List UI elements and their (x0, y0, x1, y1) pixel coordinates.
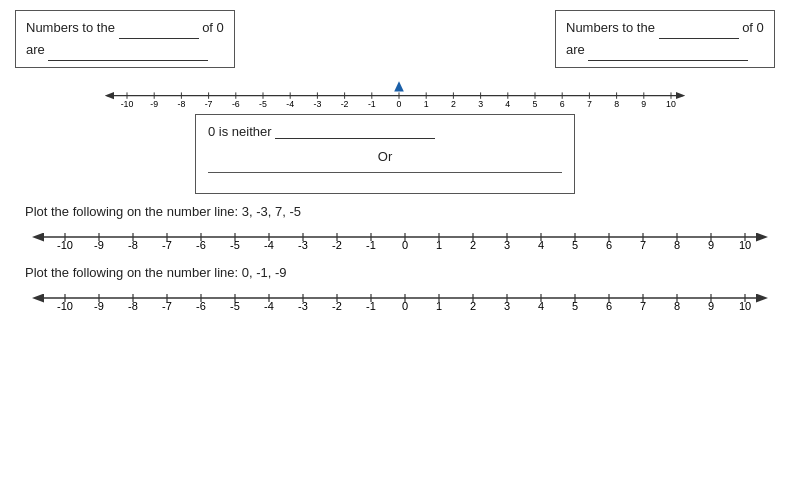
svg-text:7: 7 (640, 239, 646, 251)
plot-nl-svg-2: -10 -9 -8 -7 -6 -5 -4 -3 -2 -1 0 1 2 3 4… (25, 283, 775, 313)
svg-text:3: 3 (478, 99, 483, 109)
svg-text:-7: -7 (205, 99, 213, 109)
svg-text:-2: -2 (332, 300, 342, 312)
svg-text:-6: -6 (196, 239, 206, 251)
box1-line1-suffix: of 0 (202, 20, 224, 35)
svg-text:8: 8 (614, 99, 619, 109)
svg-text:-2: -2 (332, 239, 342, 251)
main-number-line-svg: -10 -9 -8 -7 -6 -5 -4 (25, 78, 765, 110)
neither-label: 0 is neither (208, 124, 272, 139)
plot-section-2: Plot the following on the number line: 0… (15, 265, 785, 312)
top-row: Numbers to the of 0 are Numbers to the o… (15, 10, 785, 68)
svg-text:-4: -4 (264, 239, 274, 251)
box1-blank1[interactable] (119, 23, 199, 39)
plot-label-2: Plot the following on the number line: 0… (25, 265, 785, 280)
plot-nl-svg-1: -10 -9 -8 -7 -6 -5 -4 -3 -2 -1 0 1 2 3 4… (25, 222, 775, 252)
svg-text:7: 7 (640, 300, 646, 312)
svg-text:8: 8 (674, 239, 680, 251)
svg-text:9: 9 (708, 300, 714, 312)
svg-text:3: 3 (504, 239, 510, 251)
svg-text:-5: -5 (230, 300, 240, 312)
box1-blank2[interactable] (48, 45, 208, 61)
box2-line2: are (566, 39, 764, 61)
svg-text:5: 5 (533, 99, 538, 109)
svg-text:-9: -9 (94, 300, 104, 312)
svg-text:1: 1 (436, 239, 442, 251)
svg-text:2: 2 (451, 99, 456, 109)
svg-text:-7: -7 (162, 239, 172, 251)
svg-text:-4: -4 (264, 300, 274, 312)
svg-text:-6: -6 (232, 99, 240, 109)
box2-blank2[interactable] (588, 45, 748, 61)
svg-text:6: 6 (560, 99, 565, 109)
svg-text:-10: -10 (121, 99, 134, 109)
svg-text:-4: -4 (286, 99, 294, 109)
svg-text:1: 1 (424, 99, 429, 109)
svg-text:0: 0 (397, 99, 402, 109)
plot-section-1: Plot the following on the number line: 3… (15, 204, 785, 251)
svg-text:5: 5 (572, 300, 578, 312)
plot-number-line-1: -10 -9 -8 -7 -6 -5 -4 -3 -2 -1 0 1 2 3 4… (25, 223, 785, 251)
box2-line1-suffix: of 0 (742, 20, 764, 35)
svg-text:-1: -1 (366, 239, 376, 251)
svg-text:-7: -7 (162, 300, 172, 312)
svg-text:2: 2 (470, 239, 476, 251)
box2-blank1[interactable] (659, 23, 739, 39)
main-number-line-container: -10 -9 -8 -7 -6 -5 -4 (25, 78, 785, 110)
svg-text:-9: -9 (94, 239, 104, 251)
neither-blank[interactable] (275, 123, 435, 139)
svg-text:-3: -3 (313, 99, 321, 109)
neither-section: 0 is neither Or (195, 114, 785, 194)
svg-text:10: 10 (739, 239, 751, 251)
svg-text:0: 0 (402, 239, 408, 251)
svg-text:6: 6 (606, 239, 612, 251)
plot-label-1: Plot the following on the number line: 3… (25, 204, 785, 219)
info-box-right: Numbers to the of 0 are (555, 10, 775, 68)
svg-text:-1: -1 (368, 99, 376, 109)
box2-line1-prefix: Numbers to the (566, 20, 655, 35)
svg-text:10: 10 (739, 300, 751, 312)
box1-line1: Numbers to the of 0 (26, 17, 224, 39)
svg-text:7: 7 (587, 99, 592, 109)
svg-text:-5: -5 (259, 99, 267, 109)
svg-text:-2: -2 (341, 99, 349, 109)
svg-text:-10: -10 (57, 300, 73, 312)
svg-text:3: 3 (504, 300, 510, 312)
svg-text:2: 2 (470, 300, 476, 312)
svg-text:-8: -8 (128, 300, 138, 312)
svg-text:0: 0 (402, 300, 408, 312)
svg-text:-8: -8 (128, 239, 138, 251)
svg-text:-5: -5 (230, 239, 240, 251)
box2-line2-prefix: are (566, 42, 585, 57)
box1-line1-prefix: Numbers to the (26, 20, 115, 35)
svg-text:-10: -10 (57, 239, 73, 251)
neither-line: 0 is neither (208, 123, 562, 139)
svg-text:-3: -3 (298, 239, 308, 251)
svg-text:4: 4 (538, 300, 544, 312)
main-number-line-section: -10 -9 -8 -7 -6 -5 -4 (15, 78, 785, 110)
svg-text:9: 9 (641, 99, 646, 109)
svg-text:4: 4 (538, 239, 544, 251)
svg-text:8: 8 (674, 300, 680, 312)
svg-text:-8: -8 (177, 99, 185, 109)
svg-text:9: 9 (708, 239, 714, 251)
info-box-left: Numbers to the of 0 are (15, 10, 235, 68)
box1-line2: are (26, 39, 224, 61)
svg-text:-6: -6 (196, 300, 206, 312)
svg-marker-23 (394, 81, 404, 91)
plot-number-line-2: -10 -9 -8 -7 -6 -5 -4 -3 -2 -1 0 1 2 3 4… (25, 284, 785, 312)
box1-line2-prefix: are (26, 42, 45, 57)
svg-text:4: 4 (505, 99, 510, 109)
svg-text:-9: -9 (150, 99, 158, 109)
box2-line1: Numbers to the of 0 (566, 17, 764, 39)
svg-text:6: 6 (606, 300, 612, 312)
svg-text:-1: -1 (366, 300, 376, 312)
svg-text:1: 1 (436, 300, 442, 312)
svg-text:10: 10 (666, 99, 676, 109)
svg-text:5: 5 (572, 239, 578, 251)
or-text: Or (208, 149, 562, 164)
svg-text:-3: -3 (298, 300, 308, 312)
neither-box: 0 is neither Or (195, 114, 575, 194)
